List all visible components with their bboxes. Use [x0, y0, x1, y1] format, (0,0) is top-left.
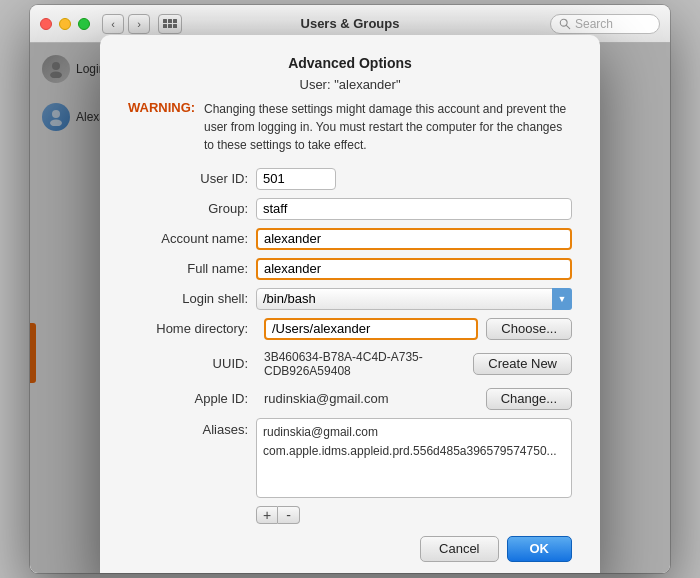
dialog-user: User: "alexander" — [128, 77, 572, 92]
user-id-input[interactable] — [256, 168, 336, 190]
uuid-label: UUID: — [128, 356, 248, 371]
account-name-row: Account name: — [128, 228, 572, 250]
remove-alias-button[interactable]: - — [278, 506, 300, 524]
apple-id-value: rudinskia@gmail.com — [264, 391, 478, 406]
maximize-button[interactable] — [78, 18, 90, 30]
search-box[interactable]: Search — [550, 14, 660, 34]
login-shell-label: Login shell: — [128, 291, 248, 306]
dialog-overlay: Advanced Options User: "alexander" WARNI… — [30, 43, 670, 573]
close-button[interactable] — [40, 18, 52, 30]
home-dir-label: Home directory: — [128, 321, 248, 336]
warning-label: WARNING: — [128, 100, 200, 154]
advanced-options-dialog: Advanced Options User: "alexander" WARNI… — [100, 35, 600, 574]
dialog-title: Advanced Options — [128, 55, 572, 71]
cancel-button[interactable]: Cancel — [420, 536, 498, 562]
aliases-box: rudinskia@gmail.com com.apple.idms.apple… — [256, 418, 572, 498]
home-dir-row: Home directory: Choose... — [128, 318, 572, 340]
alias-item-1: rudinskia@gmail.com — [263, 423, 565, 442]
account-name-input[interactable] — [256, 228, 572, 250]
full-name-row: Full name: — [128, 258, 572, 280]
login-shell-select-wrapper: /bin/bash /bin/zsh /bin/sh — [256, 288, 572, 310]
account-name-label: Account name: — [128, 231, 248, 246]
aliases-row: Aliases: rudinskia@gmail.com com.apple.i… — [128, 418, 572, 498]
warning-text: Changing these settings might damage thi… — [204, 100, 572, 154]
uuid-row: UUID: 3B460634-B78A-4C4D-A735-CDB926A594… — [128, 348, 572, 380]
minimize-button[interactable] — [59, 18, 71, 30]
apple-id-row: Apple ID: rudinskia@gmail.com Change... — [128, 388, 572, 410]
user-id-label: User ID: — [128, 171, 248, 186]
forward-button[interactable]: › — [128, 14, 150, 34]
group-label: Group: — [128, 201, 248, 216]
search-icon — [559, 18, 571, 30]
aliases-label: Aliases: — [128, 418, 248, 437]
change-button[interactable]: Change... — [486, 388, 572, 410]
grid-icon — [163, 19, 177, 28]
nav-buttons: ‹ › — [102, 14, 150, 34]
ok-button[interactable]: OK — [507, 536, 573, 562]
full-name-label: Full name: — [128, 261, 248, 276]
add-alias-button[interactable]: + — [256, 506, 278, 524]
alias-item-2: com.apple.idms.appleid.prd.556d485a39657… — [263, 442, 565, 461]
back-button[interactable]: ‹ — [102, 14, 124, 34]
home-dir-input[interactable] — [264, 318, 478, 340]
login-shell-row: Login shell: /bin/bash /bin/zsh /bin/sh — [128, 288, 572, 310]
svg-line-1 — [566, 25, 569, 28]
apple-id-label: Apple ID: — [128, 391, 248, 406]
traffic-lights — [40, 18, 90, 30]
window-title: Users & Groups — [301, 16, 400, 31]
aliases-controls: + - — [256, 506, 572, 524]
dialog-footer: Cancel OK — [128, 536, 572, 562]
full-name-input[interactable] — [256, 258, 572, 280]
create-new-button[interactable]: Create New — [473, 353, 572, 375]
group-row: Group: — [128, 198, 572, 220]
uuid-value: 3B460634-B78A-4C4D-A735-CDB926A59408 — [264, 348, 465, 380]
main-area: Login Options Alexander Advanced Options… — [30, 43, 670, 573]
choose-button[interactable]: Choose... — [486, 318, 572, 340]
login-shell-select[interactable]: /bin/bash /bin/zsh /bin/sh — [256, 288, 572, 310]
search-placeholder: Search — [575, 17, 613, 31]
grid-view-button[interactable] — [158, 14, 182, 34]
group-input[interactable] — [256, 198, 572, 220]
user-id-row: User ID: — [128, 168, 572, 190]
warning-box: WARNING: Changing these settings might d… — [128, 100, 572, 154]
